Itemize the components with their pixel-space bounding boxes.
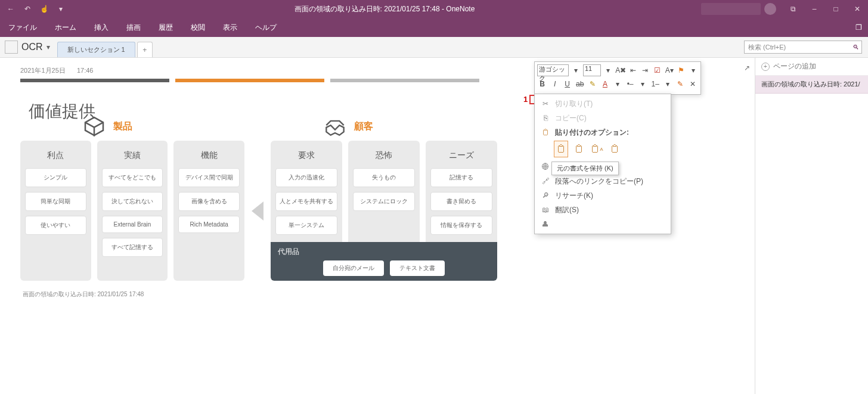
touch-mode-button[interactable]: ☝ — [37, 2, 51, 16]
tags-dropdown-icon[interactable]: A▾ — [665, 64, 674, 76]
notebook-name[interactable]: OCR — [21, 42, 43, 52]
col-features: 機能 デバイス間で同期 画像を含める Rich Metadata — [173, 141, 244, 281]
search-placeholder: 検索 (Ctrl+E) — [748, 43, 786, 52]
page-time: 17:46 — [77, 67, 94, 74]
arrow-left-icon — [252, 201, 264, 221]
window-title: 画面の領域の取り込み日時: 2021/01/25 17:48 - OneNote — [68, 4, 701, 14]
underline-button[interactable]: U — [562, 78, 572, 90]
bullets-drop-icon[interactable]: ▾ — [638, 78, 648, 90]
title-bar: ← ↶ ☝ ▾ 画面の領域の取り込み日時: 2021/01/25 17:48 -… — [0, 0, 868, 18]
paste-keep-source-button[interactable]: 📋︎ — [554, 141, 568, 157]
customize-qat-dropdown[interactable]: ▾ — [54, 2, 68, 16]
person-icon: 👤︎ — [541, 220, 550, 228]
window-right-controls: ⧉ – □ ✕ — [701, 0, 868, 18]
col-fears: 恐怖 失うもの システムにロック — [348, 141, 420, 246]
col-benefits: 利点 シンプル 簡単な同期 使いやすい — [20, 141, 91, 281]
tab-review[interactable]: 校閲 — [187, 20, 209, 35]
menu-paste-options-label: 📋︎貼り付けのオプション: — [535, 125, 671, 139]
clear-format-icon[interactable]: A✖ — [615, 64, 626, 76]
handshake-icon — [322, 113, 348, 139]
minimize-button[interactable]: – — [804, 0, 825, 18]
menu-research[interactable]: 🔎︎リサーチ(K) — [535, 188, 671, 203]
header-bars — [20, 79, 497, 82]
page-list-panel: + ページの追加 画面の領域の取り込み日時: 2021/ — [755, 58, 868, 394]
substitutes-block: 代用品 自分宛のメール テキスト文書 — [271, 242, 497, 281]
globe-icon: 🌐︎ — [541, 163, 550, 171]
font-size-drop-icon[interactable]: ▾ — [603, 64, 613, 76]
menu-copy-paragraph-link[interactable]: 🔗︎段落へのリンクをコピー(P) — [535, 174, 671, 188]
font-color-button[interactable]: A — [600, 78, 610, 90]
paste-text-only-button[interactable]: 📋︎A — [590, 141, 604, 157]
paste-picture-button[interactable]: 📋︎ — [607, 141, 622, 157]
notebook-icon[interactable] — [5, 41, 18, 54]
page-list-item-current[interactable]: 画面の領域の取り込み日時: 2021/ — [755, 76, 868, 94]
quick-access-toolbar: ← ↶ ☝ ▾ — [0, 2, 68, 16]
font-color-drop-icon[interactable]: ▾ — [612, 78, 622, 90]
col-results: 実績 すべてをどこでも 決して忘れない External Brain すべて記憶… — [97, 141, 168, 281]
tab-insert[interactable]: 挿入 — [91, 20, 112, 35]
collapse-ribbon-button[interactable]: ❐ — [851, 20, 866, 35]
add-section-tab[interactable]: + — [137, 42, 153, 57]
numbering-drop-icon[interactable]: ▾ — [663, 78, 673, 90]
col-wants: 要求 入力の迅速化 人とメモを共有する 単一システム — [271, 141, 342, 246]
indent-icon[interactable]: ⇥ — [640, 64, 650, 76]
link-icon: 🔗︎ — [541, 177, 550, 185]
maximize-button[interactable]: □ — [825, 0, 847, 18]
menu-cut[interactable]: ✂切り取り(T) — [535, 97, 671, 111]
page-date: 2021年1月25日 — [20, 67, 66, 74]
clipped-image: 価値提供 製品 顧客 利点 シンプル — [20, 79, 497, 299]
numbering-button[interactable]: 1– — [650, 78, 661, 90]
back-button[interactable]: ← — [4, 2, 18, 16]
copy-icon: ⎘ — [541, 114, 550, 122]
add-page-button[interactable]: + ページの追加 — [755, 58, 868, 76]
bold-button[interactable]: B — [537, 78, 547, 90]
bullets-button[interactable]: •– — [625, 78, 636, 90]
notebook-dropdown-icon[interactable]: ▾ — [46, 43, 50, 51]
account-avatar[interactable] — [764, 3, 776, 15]
canvas-columns: 利点 シンプル 簡単な同期 使いやすい 実績 すべてをどこでも 決して忘れない … — [20, 141, 497, 281]
menu-copy[interactable]: ⎘コピー(C) — [535, 111, 671, 125]
section-header: OCR ▾ 新しいセクション 1 + 検索 (Ctrl+E) 🔍︎ — [0, 37, 868, 58]
clipboard-icon: 📋︎ — [541, 128, 550, 136]
tab-home[interactable]: ホーム — [51, 20, 80, 35]
clip-caption: 画面の領域の取り込み日時: 2021/01/25 17:48 — [23, 290, 497, 299]
tab-view[interactable]: 表示 — [219, 20, 241, 35]
tab-file[interactable]: ファイル — [5, 20, 41, 35]
mini-toolbar: 游ゴシック ▾ 11 ▾ A✖ ⇤ ⇥ ☑ A▾ ⚑ ▾ B I U ab ✎ … — [534, 61, 701, 95]
tab-draw[interactable]: 描画 — [123, 20, 144, 35]
fullscreen-icon[interactable]: ↗ — [744, 64, 750, 72]
main-area: ↗ 2021年1月25日 17:46 価値提供 製品 — [0, 58, 868, 394]
plus-icon: + — [761, 63, 770, 71]
menu-translate[interactable]: 📖︎翻訳(S) — [535, 203, 671, 217]
close-button[interactable]: ✕ — [847, 0, 868, 18]
account-name[interactable] — [701, 3, 761, 15]
translate-icon: 📖︎ — [541, 206, 550, 214]
page-canvas[interactable]: ↗ 2021年1月25日 17:46 価値提供 製品 — [0, 58, 755, 394]
customer-label: 顧客 — [354, 120, 373, 133]
delete-button[interactable]: ✕ — [688, 78, 698, 90]
flag-drop-icon[interactable]: ▾ — [689, 64, 698, 76]
ribbon-display-button[interactable]: ⧉ — [782, 0, 804, 18]
search-icon: 🔍︎ — [852, 44, 859, 51]
product-label: 製品 — [113, 120, 132, 133]
font-name-drop-icon[interactable]: ▾ — [571, 64, 581, 76]
todo-tag-icon[interactable]: ☑ — [652, 64, 662, 76]
highlight-button[interactable]: ✎ — [587, 78, 597, 90]
strike-button[interactable]: ab — [575, 78, 585, 90]
col-needs: ニーズ 記憶する 書き留める 情報を保存する — [426, 141, 497, 246]
search-input[interactable]: 検索 (Ctrl+E) 🔍︎ — [744, 41, 862, 54]
font-size-combo[interactable]: 11 — [583, 64, 601, 76]
format-painter-button[interactable]: ✎ — [675, 78, 686, 90]
menu-person[interactable]: 👤︎ — [535, 217, 671, 231]
tab-history[interactable]: 履歴 — [155, 20, 176, 35]
italic-button[interactable]: I — [550, 78, 560, 90]
outdent-icon[interactable]: ⇤ — [628, 64, 638, 76]
tab-help[interactable]: ヘルプ — [252, 20, 280, 35]
section-tab[interactable]: 新しいセクション 1 — [57, 42, 135, 57]
font-name-combo[interactable]: 游ゴシック — [537, 64, 569, 76]
research-icon: 🔎︎ — [541, 191, 550, 200]
paste-merge-button[interactable]: 📋︎ — [572, 141, 586, 157]
flag-icon[interactable]: ⚑ — [677, 64, 686, 76]
undo-button[interactable]: ↶ — [20, 2, 35, 16]
annotation-marker-1: 1 — [523, 95, 528, 104]
